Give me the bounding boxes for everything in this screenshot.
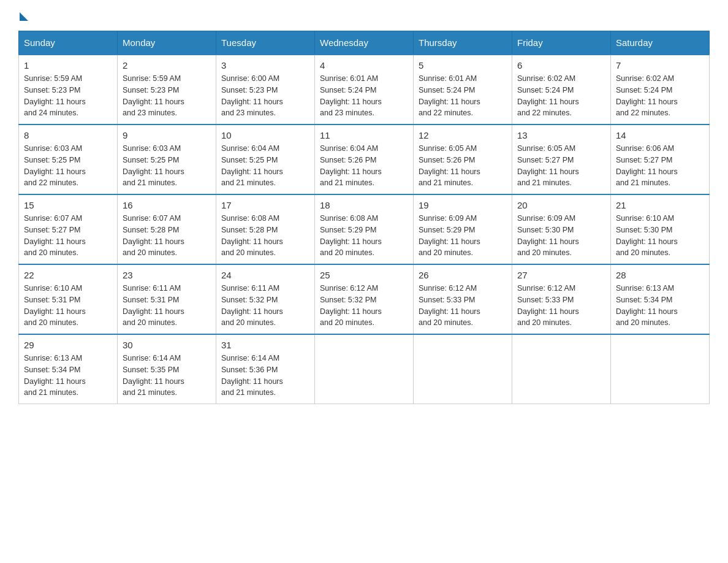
day-number: 3 bbox=[221, 60, 309, 71]
day-number: 27 bbox=[517, 270, 605, 280]
day-info: Sunrise: 6:09 AM Sunset: 5:29 PM Dayligh… bbox=[419, 213, 507, 259]
day-number: 22 bbox=[24, 270, 112, 280]
day-number: 2 bbox=[123, 60, 211, 71]
calendar-cell: 9 Sunrise: 6:03 AM Sunset: 5:25 PM Dayli… bbox=[118, 124, 216, 194]
calendar-cell bbox=[414, 334, 512, 404]
calendar-cell: 4 Sunrise: 6:01 AM Sunset: 5:24 PM Dayli… bbox=[315, 55, 414, 124]
calendar-cell: 26 Sunrise: 6:12 AM Sunset: 5:33 PM Dayl… bbox=[414, 264, 512, 334]
calendar-cell: 5 Sunrise: 6:01 AM Sunset: 5:24 PM Dayli… bbox=[414, 55, 512, 124]
day-info: Sunrise: 6:13 AM Sunset: 5:34 PM Dayligh… bbox=[616, 283, 704, 329]
calendar-cell: 25 Sunrise: 6:12 AM Sunset: 5:32 PM Dayl… bbox=[315, 264, 414, 334]
day-info: Sunrise: 5:59 AM Sunset: 5:23 PM Dayligh… bbox=[24, 73, 112, 119]
day-info: Sunrise: 6:08 AM Sunset: 5:28 PM Dayligh… bbox=[221, 213, 309, 259]
day-number: 17 bbox=[221, 200, 309, 210]
day-number: 13 bbox=[517, 130, 605, 140]
day-info: Sunrise: 6:14 AM Sunset: 5:36 PM Dayligh… bbox=[221, 353, 309, 399]
calendar-cell: 22 Sunrise: 6:10 AM Sunset: 5:31 PM Dayl… bbox=[19, 264, 118, 334]
day-info: Sunrise: 6:12 AM Sunset: 5:33 PM Dayligh… bbox=[419, 283, 507, 329]
day-info: Sunrise: 6:12 AM Sunset: 5:33 PM Dayligh… bbox=[517, 283, 605, 329]
day-info: Sunrise: 6:02 AM Sunset: 5:24 PM Dayligh… bbox=[517, 73, 605, 119]
header-wednesday: Wednesday bbox=[315, 31, 414, 55]
day-info: Sunrise: 6:09 AM Sunset: 5:30 PM Dayligh… bbox=[517, 213, 605, 259]
day-info: Sunrise: 6:07 AM Sunset: 5:28 PM Dayligh… bbox=[123, 213, 211, 259]
calendar-cell: 11 Sunrise: 6:04 AM Sunset: 5:26 PM Dayl… bbox=[315, 124, 414, 194]
calendar-cell: 15 Sunrise: 6:07 AM Sunset: 5:27 PM Dayl… bbox=[19, 194, 118, 264]
day-info: Sunrise: 6:13 AM Sunset: 5:34 PM Dayligh… bbox=[24, 353, 112, 399]
calendar-header-row: SundayMondayTuesdayWednesdayThursdayFrid… bbox=[19, 31, 710, 55]
calendar-cell: 28 Sunrise: 6:13 AM Sunset: 5:34 PM Dayl… bbox=[611, 264, 710, 334]
day-info: Sunrise: 6:01 AM Sunset: 5:24 PM Dayligh… bbox=[320, 73, 408, 119]
day-number: 1 bbox=[24, 60, 112, 71]
day-info: Sunrise: 6:14 AM Sunset: 5:35 PM Dayligh… bbox=[123, 353, 211, 399]
calendar-cell: 3 Sunrise: 6:00 AM Sunset: 5:23 PM Dayli… bbox=[216, 55, 315, 124]
day-number: 16 bbox=[123, 200, 211, 210]
calendar-table: SundayMondayTuesdayWednesdayThursdayFrid… bbox=[18, 31, 710, 404]
calendar-cell: 19 Sunrise: 6:09 AM Sunset: 5:29 PM Dayl… bbox=[414, 194, 512, 264]
day-info: Sunrise: 6:04 AM Sunset: 5:26 PM Dayligh… bbox=[320, 143, 408, 189]
calendar-cell: 8 Sunrise: 6:03 AM Sunset: 5:25 PM Dayli… bbox=[19, 124, 118, 194]
calendar-cell: 12 Sunrise: 6:05 AM Sunset: 5:26 PM Dayl… bbox=[414, 124, 512, 194]
calendar-cell: 31 Sunrise: 6:14 AM Sunset: 5:36 PM Dayl… bbox=[216, 334, 315, 404]
calendar-week-row: 15 Sunrise: 6:07 AM Sunset: 5:27 PM Dayl… bbox=[19, 194, 710, 264]
day-number: 24 bbox=[221, 270, 309, 280]
calendar-cell: 23 Sunrise: 6:11 AM Sunset: 5:31 PM Dayl… bbox=[118, 264, 216, 334]
header-monday: Monday bbox=[118, 31, 216, 55]
day-number: 23 bbox=[123, 270, 211, 280]
day-number: 20 bbox=[517, 200, 605, 210]
calendar-cell: 24 Sunrise: 6:11 AM Sunset: 5:32 PM Dayl… bbox=[216, 264, 315, 334]
logo bbox=[18, 12, 29, 18]
calendar-week-row: 1 Sunrise: 5:59 AM Sunset: 5:23 PM Dayli… bbox=[19, 55, 710, 124]
day-info: Sunrise: 6:07 AM Sunset: 5:27 PM Dayligh… bbox=[24, 213, 112, 259]
calendar-cell: 6 Sunrise: 6:02 AM Sunset: 5:24 PM Dayli… bbox=[512, 55, 611, 124]
day-number: 9 bbox=[123, 130, 211, 140]
calendar-cell bbox=[315, 334, 414, 404]
page-header bbox=[18, 12, 710, 18]
day-number: 29 bbox=[24, 340, 112, 350]
day-number: 25 bbox=[320, 270, 408, 280]
calendar-cell bbox=[512, 334, 611, 404]
day-info: Sunrise: 6:08 AM Sunset: 5:29 PM Dayligh… bbox=[320, 213, 408, 259]
calendar-cell: 29 Sunrise: 6:13 AM Sunset: 5:34 PM Dayl… bbox=[19, 334, 118, 404]
day-number: 7 bbox=[616, 60, 704, 71]
logo-text bbox=[18, 12, 29, 21]
day-info: Sunrise: 6:12 AM Sunset: 5:32 PM Dayligh… bbox=[320, 283, 408, 329]
day-info: Sunrise: 5:59 AM Sunset: 5:23 PM Dayligh… bbox=[123, 73, 211, 119]
day-number: 5 bbox=[419, 60, 507, 71]
day-number: 11 bbox=[320, 130, 408, 140]
calendar-week-row: 29 Sunrise: 6:13 AM Sunset: 5:34 PM Dayl… bbox=[19, 334, 710, 404]
header-saturday: Saturday bbox=[611, 31, 710, 55]
day-number: 15 bbox=[24, 200, 112, 210]
day-info: Sunrise: 6:11 AM Sunset: 5:31 PM Dayligh… bbox=[123, 283, 211, 329]
day-info: Sunrise: 6:03 AM Sunset: 5:25 PM Dayligh… bbox=[24, 143, 112, 189]
calendar-cell: 10 Sunrise: 6:04 AM Sunset: 5:25 PM Dayl… bbox=[216, 124, 315, 194]
calendar-cell: 2 Sunrise: 5:59 AM Sunset: 5:23 PM Dayli… bbox=[118, 55, 216, 124]
day-info: Sunrise: 6:00 AM Sunset: 5:23 PM Dayligh… bbox=[221, 73, 309, 119]
day-number: 30 bbox=[123, 340, 211, 350]
calendar-cell: 13 Sunrise: 6:05 AM Sunset: 5:27 PM Dayl… bbox=[512, 124, 611, 194]
day-info: Sunrise: 6:05 AM Sunset: 5:26 PM Dayligh… bbox=[419, 143, 507, 189]
day-number: 10 bbox=[221, 130, 309, 140]
day-info: Sunrise: 6:10 AM Sunset: 5:30 PM Dayligh… bbox=[616, 213, 704, 259]
day-info: Sunrise: 6:04 AM Sunset: 5:25 PM Dayligh… bbox=[221, 143, 309, 189]
calendar-cell: 17 Sunrise: 6:08 AM Sunset: 5:28 PM Dayl… bbox=[216, 194, 315, 264]
day-number: 28 bbox=[616, 270, 704, 280]
day-info: Sunrise: 6:10 AM Sunset: 5:31 PM Dayligh… bbox=[24, 283, 112, 329]
day-number: 21 bbox=[616, 200, 704, 210]
logo-arrow-icon bbox=[20, 12, 28, 21]
day-number: 18 bbox=[320, 200, 408, 210]
day-info: Sunrise: 6:06 AM Sunset: 5:27 PM Dayligh… bbox=[616, 143, 704, 189]
day-info: Sunrise: 6:02 AM Sunset: 5:24 PM Dayligh… bbox=[616, 73, 704, 119]
calendar-week-row: 8 Sunrise: 6:03 AM Sunset: 5:25 PM Dayli… bbox=[19, 124, 710, 194]
calendar-cell: 30 Sunrise: 6:14 AM Sunset: 5:35 PM Dayl… bbox=[118, 334, 216, 404]
calendar-cell: 14 Sunrise: 6:06 AM Sunset: 5:27 PM Dayl… bbox=[611, 124, 710, 194]
calendar-cell: 18 Sunrise: 6:08 AM Sunset: 5:29 PM Dayl… bbox=[315, 194, 414, 264]
header-thursday: Thursday bbox=[414, 31, 512, 55]
day-number: 26 bbox=[419, 270, 507, 280]
header-sunday: Sunday bbox=[19, 31, 118, 55]
calendar-cell: 16 Sunrise: 6:07 AM Sunset: 5:28 PM Dayl… bbox=[118, 194, 216, 264]
day-number: 8 bbox=[24, 130, 112, 140]
day-number: 4 bbox=[320, 60, 408, 71]
header-tuesday: Tuesday bbox=[216, 31, 315, 55]
day-number: 12 bbox=[419, 130, 507, 140]
day-info: Sunrise: 6:11 AM Sunset: 5:32 PM Dayligh… bbox=[221, 283, 309, 329]
